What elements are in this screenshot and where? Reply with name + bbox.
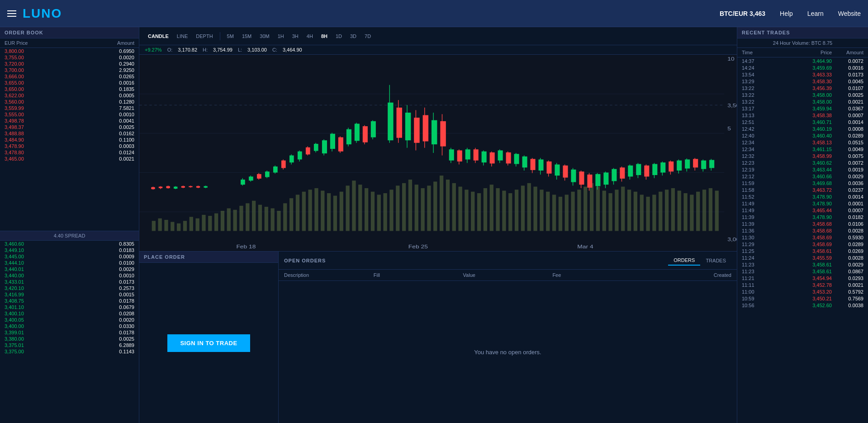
- bid-row[interactable]: 3,408.750.0178: [0, 298, 139, 304]
- chart-time-30m[interactable]: 30M: [256, 32, 272, 40]
- sign-in-to-trade-button[interactable]: SIGN IN TO TRADE: [167, 334, 250, 352]
- header-right: BTC/EUR 3,463 Help Learn Website: [720, 10, 861, 17]
- svg-rect-119: [204, 186, 207, 187]
- ask-row[interactable]: 3,700.002.9250: [0, 67, 139, 73]
- svg-text:10: 10: [727, 57, 734, 62]
- trade-time: 11:39: [742, 221, 764, 227]
- hamburger-menu[interactable]: [7, 10, 16, 17]
- svg-rect-66: [484, 188, 487, 231]
- chart-time-8h[interactable]: 8H: [318, 32, 331, 40]
- bid-row[interactable]: 3,440.010.0029: [0, 266, 139, 272]
- svg-rect-161: [414, 118, 419, 143]
- bid-row[interactable]: 3,440.000.0010: [0, 272, 139, 279]
- svg-rect-177: [482, 152, 487, 162]
- trade-time: 13:22: [742, 92, 764, 98]
- bid-row[interactable]: 3,444.100.0100: [0, 260, 139, 266]
- bid-row[interactable]: 3,400.100.0208: [0, 310, 139, 317]
- bid-row[interactable]: 3,416.990.0015: [0, 291, 139, 298]
- ask-row[interactable]: 3,488.880.0162: [0, 130, 139, 137]
- bid-row[interactable]: 3,399.010.0178: [0, 329, 139, 336]
- svg-rect-165: [432, 120, 437, 144]
- bid-price: 3,375.01: [5, 342, 24, 348]
- bid-row[interactable]: 3,400.000.0330: [0, 323, 139, 329]
- help-link[interactable]: Help: [780, 10, 793, 17]
- bid-price: 3,449.10: [5, 247, 24, 253]
- svg-rect-94: [659, 192, 662, 231]
- stat-high-label: H:: [203, 47, 208, 52]
- bid-row[interactable]: 3,375.016.2889: [0, 342, 139, 348]
- ask-row[interactable]: 3,666.000.0265: [0, 73, 139, 80]
- ask-row[interactable]: 3,800.000.6950: [0, 48, 139, 54]
- chart-time-15m[interactable]: 15M: [239, 32, 255, 40]
- chart-type-candle[interactable]: CANDLE: [145, 32, 172, 40]
- ask-row[interactable]: 3,498.370.0025: [0, 124, 139, 130]
- ask-row[interactable]: 3,622.000.0005: [0, 92, 139, 99]
- ask-price: 3,498.37: [5, 124, 24, 130]
- svg-rect-41: [327, 193, 331, 231]
- trade-price: 3,465.44: [764, 208, 832, 213]
- ask-row[interactable]: 3,755.000.0020: [0, 54, 139, 61]
- tab-trades[interactable]: TRADES: [700, 256, 731, 266]
- ask-row[interactable]: 3,465.000.0021: [0, 156, 139, 162]
- svg-rect-102: [709, 188, 712, 231]
- chart-time-5m[interactable]: 5M: [224, 32, 237, 40]
- trade-price: 3,452.78: [764, 282, 832, 288]
- ask-row[interactable]: 3,555.000.0010: [0, 111, 139, 118]
- bottom-panel: PLACE ORDER SIGN IN TO TRADE OPEN ORDERS…: [139, 251, 737, 423]
- ask-row[interactable]: 3,720.000.2940: [0, 61, 139, 67]
- ask-row[interactable]: 3,484.900.1100: [0, 137, 139, 143]
- ask-row[interactable]: 3,498.780.0041: [0, 118, 139, 124]
- svg-rect-185: [514, 154, 519, 164]
- trade-amount: 0.0106: [832, 221, 863, 227]
- ask-row[interactable]: 3,478.900.0003: [0, 143, 139, 149]
- chart-area[interactable]: 10 5 3,500 3,000 Feb 18 Feb 25 Mar 4: [139, 55, 737, 251]
- bid-row[interactable]: 3,449.100.0183: [0, 247, 139, 253]
- bid-row[interactable]: 3,433.010.0173: [0, 279, 139, 285]
- trade-time: 12:34: [742, 147, 764, 152]
- svg-rect-181: [498, 150, 503, 160]
- svg-rect-137: [306, 147, 310, 155]
- bid-row[interactable]: 3,380.000.0025: [0, 336, 139, 342]
- bid-row[interactable]: 3,401.100.0679: [0, 304, 139, 310]
- svg-rect-30: [258, 205, 262, 231]
- svg-rect-46: [358, 185, 362, 231]
- trade-row: 11:213,454.940.0293: [737, 275, 868, 281]
- stat-change: +9.27%: [145, 47, 162, 52]
- ask-row[interactable]: 3,650.000.1835: [0, 86, 139, 92]
- chart-time-3h[interactable]: 3H: [289, 32, 302, 40]
- chart-time-1d[interactable]: 1D: [332, 32, 345, 40]
- ask-row[interactable]: 3,559.997.5821: [0, 105, 139, 111]
- ask-row[interactable]: 3,560.000.1280: [0, 99, 139, 105]
- website-link[interactable]: Website: [838, 10, 861, 17]
- chart-type-line[interactable]: LINE: [174, 32, 191, 40]
- chart-time-1h[interactable]: 1H: [275, 32, 287, 40]
- bid-row[interactable]: 3,420.100.2573: [0, 285, 139, 291]
- svg-rect-55: [415, 185, 418, 231]
- svg-rect-25: [227, 208, 231, 231]
- bid-row[interactable]: 3,445.000.0009: [0, 253, 139, 260]
- trade-amount: 0.0007: [832, 113, 863, 118]
- chart-time-4h[interactable]: 4H: [304, 32, 316, 40]
- trade-time: 11:24: [742, 255, 764, 261]
- svg-rect-49: [377, 195, 381, 231]
- chart-time-7d[interactable]: 7D: [361, 32, 374, 40]
- tab-orders[interactable]: ORDERS: [668, 256, 700, 266]
- chart-time-3d[interactable]: 3D: [347, 32, 360, 40]
- bid-row[interactable]: 3,375.000.1143: [0, 348, 139, 355]
- trade-price: 3,463.33: [764, 72, 832, 77]
- learn-link[interactable]: Learn: [807, 10, 824, 17]
- svg-rect-39: [314, 188, 318, 231]
- ask-row[interactable]: 3,478.800.0124: [0, 149, 139, 156]
- bid-row[interactable]: 3,460.600.8305: [0, 241, 139, 247]
- trade-row: 13:223,458.000.0025: [737, 91, 868, 98]
- svg-rect-217: [644, 166, 649, 176]
- svg-rect-225: [677, 161, 682, 171]
- chart-type-depth[interactable]: DEPTH: [193, 32, 216, 40]
- trade-price: 3,458.69: [764, 242, 832, 247]
- trade-price: 3,458.61: [764, 248, 832, 254]
- ask-row[interactable]: 3,655.000.0016: [0, 80, 139, 86]
- bid-row[interactable]: 3,400.050.0020: [0, 317, 139, 323]
- trade-time: 13:17: [742, 106, 764, 111]
- trade-price: 3,460.62: [764, 160, 832, 166]
- svg-rect-215: [636, 164, 641, 175]
